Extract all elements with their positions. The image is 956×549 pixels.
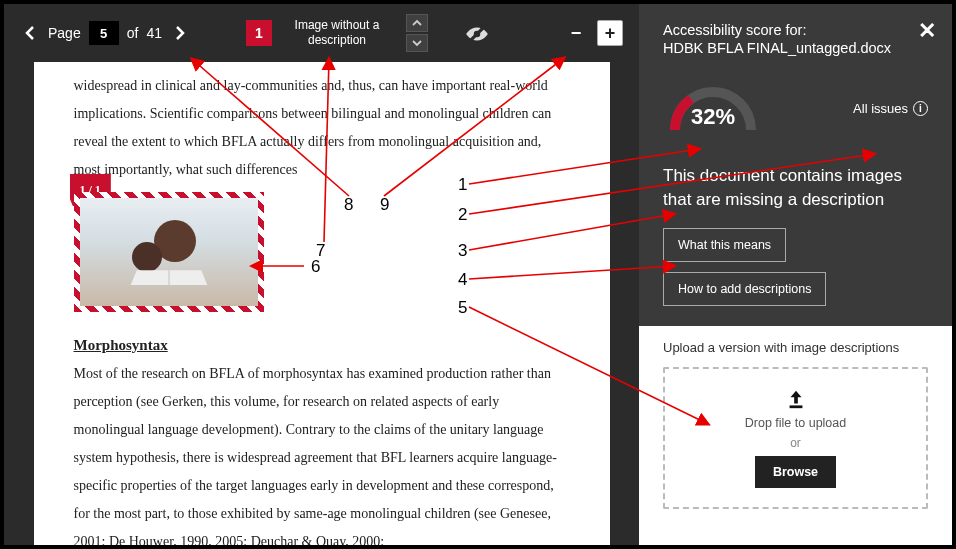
upload-section: Upload a version with image descriptions… (639, 326, 952, 545)
section-heading: Morphosyntax (74, 330, 562, 360)
page-of-label: of (127, 25, 139, 41)
or-text: or (790, 436, 801, 450)
upload-hint: Upload a version with image descriptions (663, 340, 928, 355)
issue-down-button[interactable] (406, 34, 428, 52)
issue-count-badge: 1 (246, 20, 272, 46)
what-this-means-button[interactable]: What this means (663, 228, 786, 262)
body-paragraph: widespread in clinical and lay-communiti… (74, 72, 562, 184)
zoom-out-button[interactable]: − (563, 20, 589, 46)
score-gauge: 32% (663, 80, 763, 136)
score-value: 32% (663, 104, 763, 130)
file-dropzone[interactable]: Drop file to upload or Browse (663, 367, 928, 509)
flagged-image[interactable]: 1 / 1 (74, 192, 264, 312)
body-paragraph: Most of the research on BFLA of morphosy… (74, 360, 562, 545)
upload-icon (785, 388, 807, 410)
zoom-controls: − + (563, 20, 623, 46)
document-viewer: Page of 41 1 Image without a description (4, 4, 639, 545)
panel-header: Accessibility score for: HDBK BFLA FINAL… (639, 4, 952, 326)
info-icon: i (913, 101, 928, 116)
next-page-button[interactable] (170, 23, 190, 43)
file-name: HDBK BFLA FINAL_untagged.docx (663, 40, 928, 56)
page-label: Page (48, 25, 81, 41)
page-total: 41 (146, 25, 162, 41)
zoom-in-button[interactable]: + (597, 20, 623, 46)
issue-label: Image without a description (282, 18, 392, 48)
document-page: widespread in clinical and lay-communiti… (34, 62, 610, 545)
close-panel-button[interactable]: ✕ (918, 18, 936, 44)
current-issue-button[interactable]: 1 Image without a description (246, 18, 392, 48)
issue-up-button[interactable] (406, 14, 428, 32)
score-for-label: Accessibility score for: (663, 22, 928, 38)
highlighted-photo (74, 192, 264, 312)
page-number-input[interactable] (89, 21, 119, 45)
prev-page-button[interactable] (20, 23, 40, 43)
drop-text: Drop file to upload (745, 416, 846, 430)
browse-button[interactable]: Browse (755, 456, 836, 488)
accessibility-panel: ✕ Accessibility score for: HDBK BFLA FIN… (639, 4, 952, 545)
how-to-add-button[interactable]: How to add descriptions (663, 272, 826, 306)
all-issues-link[interactable]: All issues i (853, 101, 928, 116)
viewer-toolbar: Page of 41 1 Image without a description (4, 4, 639, 62)
issue-stepper (406, 14, 428, 52)
visibility-toggle-icon[interactable] (464, 21, 488, 45)
page-scroll-area[interactable]: widespread in clinical and lay-communiti… (4, 62, 639, 545)
svg-rect-2 (789, 405, 802, 408)
issue-description: This document contains images that are m… (663, 164, 928, 212)
